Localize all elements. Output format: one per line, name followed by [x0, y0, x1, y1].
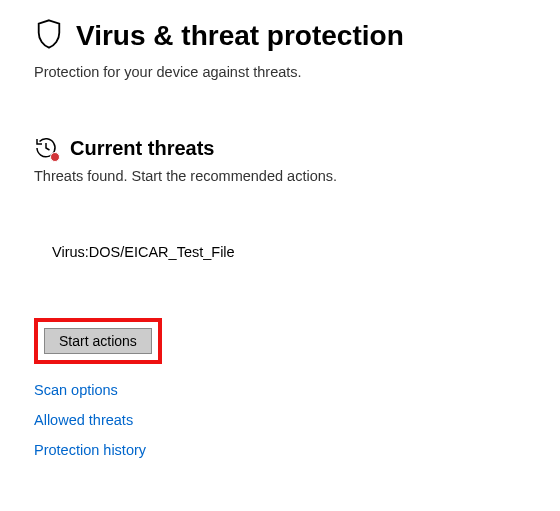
shield-icon — [34, 18, 64, 54]
section-header: Current threats — [34, 136, 560, 160]
links-group: Scan options Allowed threats Protection … — [34, 382, 560, 458]
threat-item: Virus:DOS/EICAR_Test_File — [52, 244, 560, 260]
allowed-threats-link[interactable]: Allowed threats — [34, 412, 133, 428]
page-subtitle: Protection for your device against threa… — [34, 64, 560, 80]
page-header: Virus & threat protection — [34, 18, 560, 54]
page-title: Virus & threat protection — [76, 20, 404, 52]
scan-options-link[interactable]: Scan options — [34, 382, 118, 398]
protection-history-link[interactable]: Protection history — [34, 442, 146, 458]
history-alert-icon — [34, 136, 58, 160]
section-subtitle: Threats found. Start the recommended act… — [34, 168, 560, 184]
actions-area: Start actions — [34, 318, 560, 364]
highlight-annotation: Start actions — [34, 318, 162, 364]
current-threats-section: Current threats Threats found. Start the… — [34, 136, 560, 458]
section-title: Current threats — [70, 137, 214, 160]
start-actions-button[interactable]: Start actions — [44, 328, 152, 354]
